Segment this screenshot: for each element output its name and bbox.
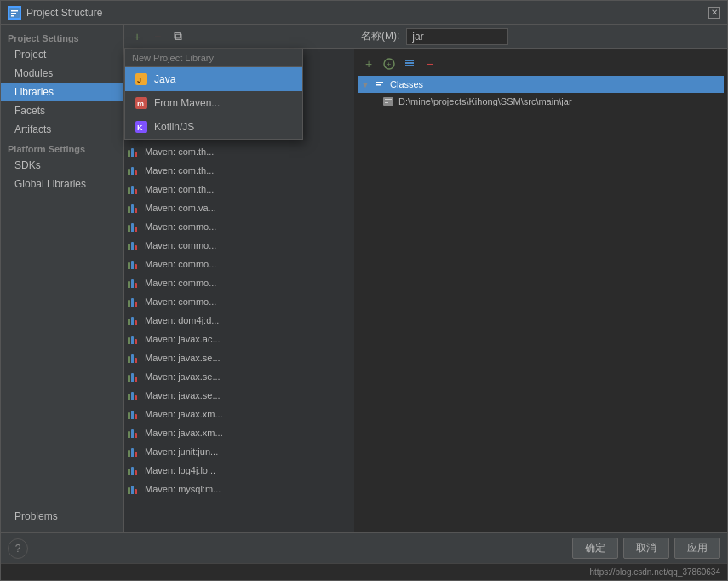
sidebar-item-modules[interactable]: Modules	[1, 64, 123, 83]
dropdown-java-item[interactable]: J Java	[125, 67, 302, 91]
library-icon	[128, 482, 141, 496]
help-button[interactable]: ?	[8, 538, 28, 559]
list-item[interactable]: Maven: javax.xm...	[124, 423, 354, 442]
list-item[interactable]: Maven: javax.se...	[124, 367, 354, 386]
classes-icon	[373, 78, 387, 91]
sidebar-item-global-libraries[interactable]: Global Libraries	[1, 175, 123, 193]
list-item[interactable]: Maven: com.th...	[124, 161, 354, 180]
library-icon	[128, 463, 141, 477]
tree-view[interactable]: ▼ Classes	[358, 76, 724, 529]
list-item[interactable]: Maven: dom4j:d...	[124, 311, 354, 330]
window-title: Project Structure	[26, 7, 708, 19]
list-item[interactable]: Maven: commo...	[124, 273, 354, 292]
svg-rect-16	[376, 82, 383, 83]
right-content: + + −	[354, 49, 727, 532]
name-label: 名称(M):	[361, 29, 399, 43]
list-item[interactable]: Maven: commo...	[124, 255, 354, 273]
add-source-button[interactable]: +	[380, 55, 398, 73]
library-icon	[128, 164, 141, 177]
library-icon	[128, 276, 141, 290]
list-item[interactable]: Maven: javax.ac...	[124, 330, 354, 348]
list-item[interactable]: Maven: commo...	[124, 236, 354, 255]
svg-rect-17	[376, 84, 381, 86]
sidebar-item-artifacts[interactable]: Artifacts	[1, 120, 123, 139]
library-icon	[128, 145, 141, 158]
dropdown-maven-label: From Maven...	[154, 97, 220, 109]
center-toolbar: + − ⧉	[124, 25, 354, 49]
cancel-button[interactable]: 取消	[623, 538, 669, 559]
edit-button[interactable]	[400, 55, 419, 73]
svg-rect-13	[405, 62, 414, 64]
copy-library-button[interactable]: ⧉	[169, 27, 187, 46]
list-item[interactable]: Maven: javax.se...	[124, 348, 354, 367]
library-icon	[128, 351, 141, 365]
library-icon	[128, 426, 141, 440]
status-url: https://blog.csdn.net/qq_37860634	[590, 567, 720, 577]
list-item[interactable]: Maven: com.va...	[124, 198, 354, 217]
apply-button[interactable]: 应用	[674, 538, 720, 559]
sidebar-item-sdks[interactable]: SDKs	[1, 156, 123, 175]
list-item[interactable]: Maven: com.th...	[124, 180, 354, 198]
kotlin-icon: K	[134, 119, 149, 135]
window-icon	[8, 6, 21, 20]
name-input[interactable]	[406, 28, 508, 45]
remove-library-button[interactable]: −	[148, 27, 167, 46]
list-item[interactable]: Maven: com.th...	[124, 142, 354, 161]
java-icon: J	[134, 72, 149, 87]
list-item[interactable]: Maven: javax.se...	[124, 386, 354, 405]
sidebar-item-project[interactable]: Project	[1, 45, 123, 64]
sidebar-item-libraries[interactable]: Libraries	[1, 83, 123, 101]
close-button[interactable]: ✕	[708, 7, 720, 19]
list-item[interactable]: Maven: junit:jun...	[124, 442, 354, 461]
library-icon	[128, 201, 141, 215]
right-toolbar: 名称(M):	[354, 25, 727, 49]
library-icon	[128, 182, 141, 196]
list-item[interactable]: Maven: commo...	[124, 217, 354, 236]
list-item[interactable]: Maven: mysql:m...	[124, 480, 354, 498]
svg-rect-2	[11, 13, 16, 14]
svg-rect-3	[11, 15, 14, 17]
library-icon	[128, 388, 141, 402]
classes-label: Classes	[390, 79, 423, 89]
dropdown-java-label: Java	[154, 73, 175, 85]
list-item[interactable]: Maven: log4j:lo...	[124, 461, 354, 480]
dropdown-kotlin-item[interactable]: K Kotlin/JS	[125, 115, 302, 139]
new-library-dropdown: New Project Library J Java m	[124, 49, 303, 140]
svg-rect-12	[405, 65, 414, 66]
library-icon	[128, 239, 141, 252]
dropdown-header: New Project Library	[125, 49, 302, 67]
svg-rect-14	[405, 60, 414, 61]
main-content: Project Settings Project Modules Librari…	[1, 25, 727, 532]
svg-text:+: +	[387, 60, 391, 69]
list-item[interactable]: Maven: javax.xm...	[124, 405, 354, 423]
svg-text:J: J	[137, 76, 141, 84]
project-settings-label: Project Settings	[1, 28, 123, 45]
right-inner-toolbar: + + −	[358, 52, 724, 76]
title-bar: Project Structure ✕	[1, 1, 727, 25]
library-icon	[128, 370, 141, 383]
jar-icon	[381, 95, 395, 108]
center-panel: + − ⧉ New Project Library J Java	[124, 25, 354, 532]
path-label: D:\mine\projects\Kihong\SSM\src\main\jar	[398, 96, 572, 106]
tree-item-classes[interactable]: ▼ Classes	[358, 76, 724, 93]
list-item[interactable]: Maven: commo...	[124, 292, 354, 311]
maven-icon: m	[134, 95, 149, 111]
dropdown-maven-item[interactable]: m From Maven...	[125, 91, 302, 115]
confirm-button[interactable]: 确定	[572, 538, 618, 559]
svg-text:K: K	[137, 124, 143, 132]
sidebar-item-facets[interactable]: Facets	[1, 101, 123, 120]
tree-expand-arrow: ▼	[361, 80, 371, 89]
add-library-button[interactable]: +	[128, 27, 146, 46]
remove-class-button[interactable]: −	[421, 55, 439, 73]
library-icon	[128, 314, 141, 327]
library-icon	[128, 257, 141, 271]
svg-rect-21	[385, 102, 388, 103]
add-class-button[interactable]: +	[359, 55, 378, 73]
project-structure-window: Project Structure ✕ Project Settings Pro…	[0, 0, 728, 581]
svg-rect-19	[385, 99, 392, 100]
sidebar-item-problems[interactable]: Problems	[8, 507, 117, 526]
tree-item-path[interactable]: D:\mine\projects\Kihong\SSM\src\main\jar	[358, 93, 724, 110]
bottom-bar: ? 确定 取消 应用	[1, 532, 727, 563]
library-icon	[128, 407, 141, 421]
library-icon	[128, 220, 141, 233]
